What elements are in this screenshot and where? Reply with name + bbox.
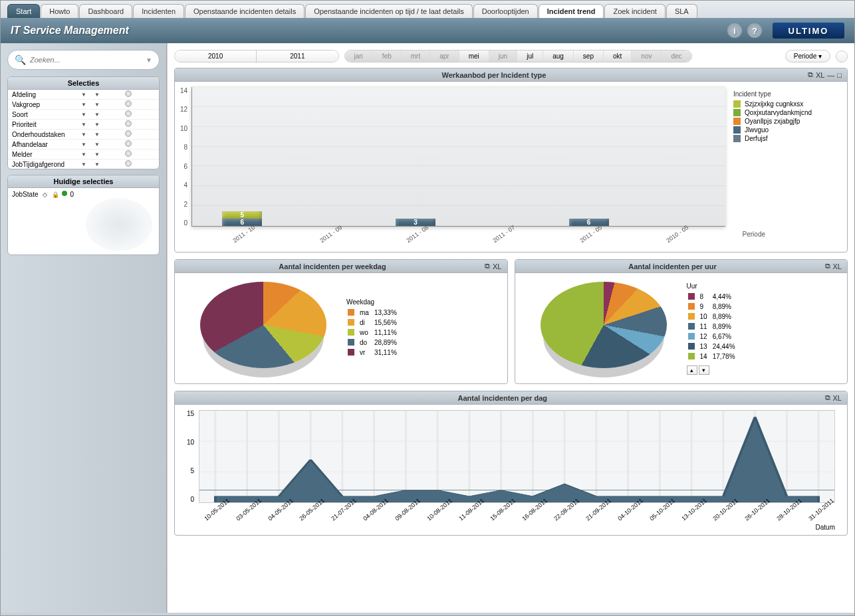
- month-feb[interactable]: feb: [373, 51, 402, 62]
- sel-label: Melder: [12, 151, 78, 158]
- chevron-down-icon[interactable]: ▼: [78, 152, 89, 157]
- month-okt[interactable]: okt: [604, 51, 632, 62]
- sel-row-soort: Soort ▼ ▼: [8, 110, 159, 120]
- chevron-down-icon[interactable]: ▼: [92, 161, 102, 167]
- jobstate-label: JobState: [12, 191, 38, 198]
- sel-row-jobtijdigafgerond: JobTijdigafgerond ▼ ▼: [8, 159, 159, 169]
- legend-item[interactable]: Derfujsf: [733, 135, 842, 142]
- sel-radio[interactable]: [102, 100, 155, 108]
- sel-row-vakgroep: Vakgroep ▼ ▼: [8, 100, 159, 110]
- lock-icon[interactable]: 🔒: [51, 191, 59, 199]
- chevron-down-icon[interactable]: ▼: [78, 102, 89, 108]
- chevron-down-icon[interactable]: ▼: [78, 132, 89, 138]
- sel-radio[interactable]: [102, 140, 155, 148]
- tabs: StartHowtoDashboardIncidentenOpenstaande…: [1, 1, 854, 18]
- xl-button[interactable]: XL: [833, 262, 842, 270]
- tab-zoek-incident[interactable]: Zoek incident: [604, 4, 665, 18]
- sel-radio[interactable]: [102, 90, 155, 98]
- help-icon[interactable]: ?: [747, 23, 762, 38]
- month-jun[interactable]: jun: [489, 51, 517, 62]
- detach-icon[interactable]: ⧉: [808, 70, 813, 79]
- chevron-down-icon[interactable]: ▼: [92, 122, 102, 128]
- xl-button[interactable]: XL: [833, 394, 842, 402]
- app-title: IT Service Management: [11, 25, 129, 37]
- legend-item[interactable]: Qoxjxutarvydankmjcnd: [733, 109, 842, 116]
- legend-item[interactable]: Szjzxijxkg cugnkxsx: [733, 100, 842, 108]
- search-input[interactable]: [30, 56, 146, 64]
- month-mei[interactable]: mei: [459, 51, 489, 62]
- clear-icon[interactable]: ◇: [41, 191, 49, 199]
- sel-row-prioriteit: Prioriteit ▼ ▼: [8, 120, 159, 130]
- month-jan[interactable]: jan: [345, 51, 373, 62]
- refresh-button[interactable]: [836, 51, 848, 62]
- chevron-down-icon[interactable]: ▼: [78, 142, 89, 148]
- search-box[interactable]: 🔍 ▼: [7, 50, 160, 70]
- xl-button[interactable]: XL: [816, 71, 824, 79]
- legend-row[interactable]: 84,44%: [688, 293, 739, 302]
- tab-incidenten[interactable]: Incidenten: [133, 4, 184, 18]
- legend-row[interactable]: vr31,11%: [348, 349, 401, 358]
- tab-dashboard[interactable]: Dashboard: [79, 4, 132, 18]
- sel-radio[interactable]: [102, 150, 155, 158]
- sel-radio[interactable]: [102, 120, 155, 128]
- chevron-down-icon[interactable]: ▼: [92, 102, 102, 108]
- tab-openstaande-incidenten-details[interactable]: Openstaande incidenten details: [185, 4, 305, 18]
- month-jul[interactable]: jul: [517, 51, 543, 62]
- legend-row[interactable]: 1417,78%: [688, 353, 739, 361]
- tab-openstaande-incidenten-op-tijd-te-laat-details[interactable]: Openstaande incidenten op tijd / te laat…: [305, 4, 473, 18]
- detach-icon[interactable]: ⧉: [485, 262, 490, 270]
- chevron-down-icon[interactable]: ▼: [92, 132, 102, 138]
- year-2010[interactable]: 2010: [175, 51, 257, 62]
- legend-row[interactable]: 126,67%: [688, 333, 739, 342]
- pie-chart-uur: [541, 282, 667, 368]
- chevron-down-icon[interactable]: ▼: [92, 92, 102, 98]
- month-mrt[interactable]: mrt: [402, 51, 430, 62]
- legend-row[interactable]: 108,89%: [688, 313, 739, 322]
- sel-radio[interactable]: [102, 160, 155, 168]
- legend-row[interactable]: do28,89%: [348, 339, 401, 348]
- status-dot-icon: [62, 191, 67, 196]
- chevron-down-icon[interactable]: ▼: [78, 92, 89, 98]
- chevron-down-icon[interactable]: ▼: [92, 112, 102, 118]
- tab-incident-trend[interactable]: Incident trend: [539, 4, 604, 18]
- month-sep[interactable]: sep: [574, 51, 604, 62]
- month-dec[interactable]: dec: [662, 51, 691, 62]
- chevron-down-icon[interactable]: ▼: [146, 56, 152, 64]
- detach-icon[interactable]: ⧉: [825, 393, 830, 402]
- chevron-down-icon[interactable]: ▼: [92, 142, 102, 148]
- tab-start[interactable]: Start: [7, 4, 40, 18]
- sel-row-melder: Melder ▼ ▼: [8, 150, 159, 159]
- info-icon[interactable]: i: [727, 23, 742, 38]
- month-nov[interactable]: nov: [632, 51, 662, 62]
- detach-icon[interactable]: ⧉: [825, 262, 830, 270]
- sel-row-afhandelaar: Afhandelaar ▼ ▼: [8, 140, 159, 150]
- chart2-title: Aantal incidenten per weekdag: [180, 262, 485, 270]
- legend-row[interactable]: di15,56%: [348, 319, 401, 328]
- xl-button[interactable]: XL: [493, 262, 501, 270]
- maximize-icon[interactable]: □: [837, 71, 842, 79]
- legend-down-button[interactable]: ▾: [699, 365, 709, 375]
- chevron-down-icon[interactable]: ▼: [78, 161, 89, 167]
- legend-up-button[interactable]: ▴: [687, 365, 697, 375]
- minimize-icon[interactable]: —: [827, 71, 834, 79]
- chevron-down-icon[interactable]: ▼: [92, 152, 102, 157]
- logo: ULTIMO: [773, 23, 844, 39]
- sel-radio[interactable]: [102, 110, 155, 118]
- legend-item[interactable]: Jlwvguo: [733, 126, 842, 134]
- legend-row[interactable]: ma13,33%: [348, 309, 401, 318]
- chevron-down-icon[interactable]: ▼: [78, 122, 89, 128]
- legend-item[interactable]: Oyanllpjs zxjabgjfp: [733, 118, 842, 125]
- tab-sla[interactable]: SLA: [666, 4, 697, 18]
- tab-doorlooptijden[interactable]: Doorlooptijden: [473, 4, 538, 18]
- legend-row[interactable]: 1324,44%: [688, 343, 739, 352]
- chevron-down-icon[interactable]: ▼: [78, 112, 89, 118]
- month-aug[interactable]: aug: [543, 51, 574, 62]
- sel-radio[interactable]: [102, 130, 155, 138]
- legend-row[interactable]: 98,89%: [688, 303, 739, 312]
- month-apr[interactable]: apr: [430, 51, 459, 62]
- legend-row[interactable]: wo11,11%: [348, 329, 401, 338]
- period-dropdown[interactable]: Periode ▾: [785, 50, 830, 62]
- tab-howto[interactable]: Howto: [41, 4, 78, 18]
- year-2011[interactable]: 2011: [257, 51, 338, 62]
- legend-row[interactable]: 118,89%: [688, 323, 739, 332]
